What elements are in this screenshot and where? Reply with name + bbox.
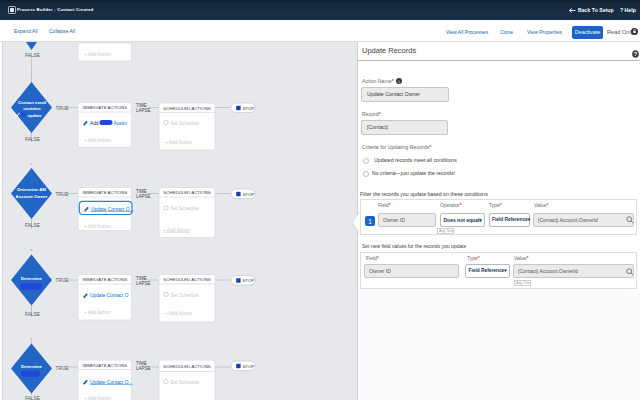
svg-text:Austin: Austin xyxy=(114,121,128,126)
svg-text:FALSE: FALSE xyxy=(25,223,40,228)
svg-text:SCHEDULED ACTIONS: SCHEDULED ACTIONS xyxy=(163,190,211,195)
svg-text:SCHEDULED ACTIONS: SCHEDULED ACTIONS xyxy=(163,106,211,111)
svg-text:+ Add Action: + Add Action xyxy=(163,228,190,233)
svg-text:+ Add Action: + Add Action xyxy=(84,396,111,400)
svg-text:SCHEDULED ACTIONS: SCHEDULED ACTIONS xyxy=(163,277,211,282)
svg-text:Account Owner: Account Owner xyxy=(16,194,48,199)
svg-text:LAPSE: LAPSE xyxy=(136,366,151,371)
svg-text:Set Schedule: Set Schedule xyxy=(171,380,200,385)
svg-text:Update Contact O: Update Contact O xyxy=(90,293,129,298)
svg-text:Set Schedule: Set Schedule xyxy=(171,206,200,211)
svg-text:LAPSE: LAPSE xyxy=(136,108,151,113)
svg-text:STOP: STOP xyxy=(242,192,254,197)
svg-text:FALSE: FALSE xyxy=(25,312,40,317)
svg-text:+ Add Action: + Add Action xyxy=(84,138,111,143)
svg-text:Determine: Determine xyxy=(21,364,43,369)
svg-text:Contact email: Contact email xyxy=(18,100,46,105)
svg-text:Add: Add xyxy=(90,121,99,126)
svg-text:Set Schedule: Set Schedule xyxy=(171,121,200,126)
svg-text:FALSE: FALSE xyxy=(25,53,40,58)
svg-text:FALSE: FALSE xyxy=(25,396,40,400)
svg-text:IMMEDIATE ACTIONS: IMMEDIATE ACTIONS xyxy=(83,105,128,110)
svg-text:TRUE: TRUE xyxy=(56,366,69,371)
svg-text:STOP: STOP xyxy=(242,278,254,283)
svg-text:STOP: STOP xyxy=(242,364,254,369)
svg-text:+ Add Action: + Add Action xyxy=(165,311,192,316)
svg-text:SCHEDULED ACTIONS: SCHEDULED ACTIONS xyxy=(163,364,211,369)
svg-text:?: ? xyxy=(634,51,638,57)
svg-text:update: update xyxy=(27,113,42,118)
svg-text:+ Add Action: + Add Action xyxy=(165,140,192,145)
svg-text:TRUE: TRUE xyxy=(56,278,69,283)
svg-text:IMMEDIATE ACTIONS: IMMEDIATE ACTIONS xyxy=(83,277,128,282)
svg-text:STOP: STOP xyxy=(242,106,254,111)
svg-text:Set Schedule: Set Schedule xyxy=(171,293,200,298)
svg-text:IMMEDIATE ACTIONS: IMMEDIATE ACTIONS xyxy=(83,363,128,368)
svg-text:contains: contains xyxy=(23,106,41,111)
svg-text:Update Contact O...: Update Contact O... xyxy=(90,380,132,385)
svg-text:IMMEDIATE ACTIONS: IMMEDIATE ACTIONS xyxy=(83,190,128,195)
svg-text:Determine: Determine xyxy=(21,276,43,281)
svg-text:LAPSE: LAPSE xyxy=(136,194,151,199)
svg-text:LAPSE: LAPSE xyxy=(136,281,151,286)
svg-text:+ Add Action: + Add Action xyxy=(84,52,111,57)
svg-text:TRUE: TRUE xyxy=(56,106,69,111)
svg-text:FALSE: FALSE xyxy=(25,137,40,142)
svg-text:+ Add Action: + Add Action xyxy=(84,224,111,229)
svg-text:+ Add Action: + Add Action xyxy=(84,310,111,315)
svg-text:TRUE: TRUE xyxy=(56,192,69,197)
svg-text:Determine AM: Determine AM xyxy=(17,187,46,192)
svg-text:Update Contact O...: Update Contact O... xyxy=(91,207,133,212)
